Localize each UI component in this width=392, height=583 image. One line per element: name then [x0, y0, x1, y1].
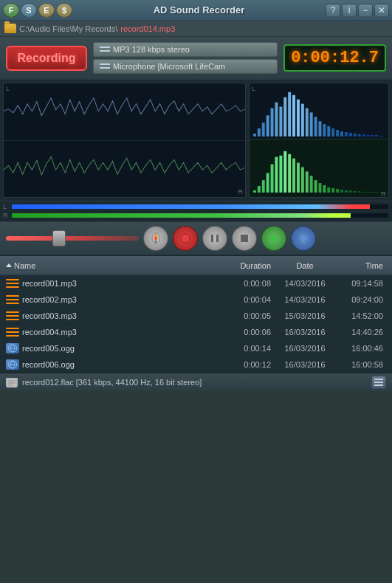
- table-row[interactable]: record005.ogg0:00:1416/03/201616:00:46: [0, 340, 392, 356]
- svg-rect-54: [354, 191, 357, 193]
- svg-rect-23: [349, 133, 352, 137]
- file-time: 14:40:26: [334, 328, 386, 337]
- record-icon: [179, 232, 192, 245]
- title-right-buttons: ? i − ✕: [326, 4, 389, 17]
- btn-e[interactable]: E: [38, 3, 55, 18]
- file-date: 14/03/2016: [275, 295, 334, 304]
- btn-play[interactable]: [261, 226, 286, 251]
- file-time: 16:00:46: [334, 344, 386, 353]
- volume-slider-thumb[interactable]: [52, 230, 66, 246]
- table-row[interactable]: record006.ogg0:00:1216/03/201616:00:58: [0, 356, 392, 373]
- folder-icon: [4, 24, 16, 33]
- svg-rect-39: [288, 154, 291, 193]
- file-duration: 0:00:06: [220, 328, 275, 337]
- svg-rect-5: [271, 108, 274, 137]
- svg-rect-43: [306, 171, 309, 193]
- device-text: Microphone [Microsoft LifeCam: [113, 62, 225, 71]
- btn-upload[interactable]: [291, 226, 316, 251]
- waveform-area: L R L: [0, 80, 392, 201]
- col-header-duration[interactable]: Duration: [220, 261, 275, 271]
- spectrum-bottom-svg: [252, 142, 386, 193]
- waveform-l-label-top: L: [6, 85, 10, 92]
- waveform-svg: [4, 83, 245, 197]
- col-header-name[interactable]: Name: [6, 261, 220, 270]
- col-name-label: Name: [14, 261, 35, 270]
- btn-info[interactable]: i: [342, 4, 357, 17]
- btn-turbo[interactable]: [143, 226, 168, 251]
- svg-rect-28: [371, 135, 374, 137]
- svg-rect-16: [319, 121, 322, 137]
- btn-close[interactable]: ✕: [374, 4, 389, 17]
- file-duration: 0:00:14: [220, 344, 275, 353]
- format-button[interactable]: MP3 128 kbps stereo: [93, 42, 278, 57]
- svg-rect-2: [258, 128, 261, 137]
- table-row[interactable]: record004.mp30:00:0616/03/201614:40:26: [0, 324, 392, 340]
- bottom-status-bar: record012.flac [361 kbps, 44100 Hz, 16 b…: [0, 373, 392, 390]
- svg-rect-14: [310, 112, 313, 136]
- spectrum-r-label: R: [382, 190, 387, 198]
- svg-rect-21: [340, 131, 343, 137]
- file-name: record003.mp3: [22, 311, 220, 320]
- stop-icon: [238, 232, 251, 245]
- svg-rect-66: [211, 235, 213, 242]
- svg-rect-57: [366, 192, 369, 193]
- file-duration: 0:00:08: [220, 279, 275, 288]
- waveform-left: L R: [3, 83, 246, 198]
- table-row[interactable]: record003.mp30:00:0515/03/201614:52:00: [0, 308, 392, 324]
- svg-rect-48: [327, 187, 330, 193]
- svg-rect-18: [327, 126, 330, 137]
- volume-slider-track[interactable]: [6, 236, 139, 241]
- svg-rect-22: [345, 132, 348, 137]
- menu-line-1: [374, 379, 383, 380]
- svg-rect-34: [267, 173, 269, 193]
- svg-rect-49: [331, 188, 334, 193]
- svg-rect-29: [375, 135, 378, 137]
- svg-rect-44: [310, 176, 313, 193]
- btn-dollar[interactable]: $: [56, 3, 72, 18]
- file-date: 16/03/2016: [275, 344, 334, 353]
- svg-rect-35: [271, 164, 274, 192]
- btn-f[interactable]: F: [3, 3, 19, 18]
- col-header-time[interactable]: Time: [334, 261, 386, 271]
- svg-rect-4: [267, 115, 269, 137]
- spectrum-top: L: [250, 83, 388, 139]
- col-date-label: Date: [296, 261, 313, 270]
- filepath-bar: C:\Audio Files\My Records\record014.mp3: [0, 21, 392, 37]
- app-title: AD Sound Recorder: [154, 4, 245, 15]
- svg-rect-55: [358, 191, 361, 193]
- svg-rect-42: [301, 167, 304, 192]
- btn-s[interactable]: S: [21, 3, 37, 18]
- svg-rect-8: [283, 97, 286, 137]
- level-l-label: L: [3, 203, 9, 210]
- device-button[interactable]: Microphone [Microsoft LifeCam: [93, 59, 278, 74]
- col-time-label: Time: [365, 261, 383, 270]
- svg-rect-12: [301, 104, 304, 137]
- svg-rect-53: [349, 190, 352, 193]
- table-row[interactable]: record001.mp30:00:0814/03/201609:14:58: [0, 275, 392, 292]
- btn-record[interactable]: [173, 226, 198, 251]
- svg-rect-25: [358, 134, 361, 137]
- spectrum-top-svg: [252, 86, 386, 137]
- mp3-file-icon: [6, 327, 19, 337]
- file-date: 14/03/2016: [275, 279, 334, 288]
- col-header-date[interactable]: Date: [275, 261, 334, 271]
- volume-slider-container: [6, 236, 139, 241]
- svg-rect-68: [241, 235, 248, 242]
- svg-rect-20: [336, 130, 339, 137]
- svg-rect-1: [253, 134, 256, 137]
- btn-stop[interactable]: [232, 226, 257, 251]
- btn-minimize[interactable]: −: [358, 4, 373, 17]
- file-date: 16/03/2016: [275, 328, 334, 337]
- waveform-right: L: [249, 83, 389, 198]
- file-icon-svg: [6, 378, 18, 388]
- btn-help[interactable]: ?: [326, 4, 340, 17]
- ogg-file-icon: [6, 359, 19, 370]
- svg-rect-67: [216, 235, 219, 242]
- status-menu-button[interactable]: [371, 376, 386, 389]
- mp3-file-icon: [6, 311, 19, 321]
- file-name: record001.mp3: [22, 279, 220, 288]
- svg-rect-19: [331, 128, 334, 137]
- table-row[interactable]: record002.mp30:00:0414/03/201609:24:00: [0, 292, 392, 308]
- btn-pause[interactable]: [202, 226, 227, 251]
- svg-rect-41: [297, 162, 300, 192]
